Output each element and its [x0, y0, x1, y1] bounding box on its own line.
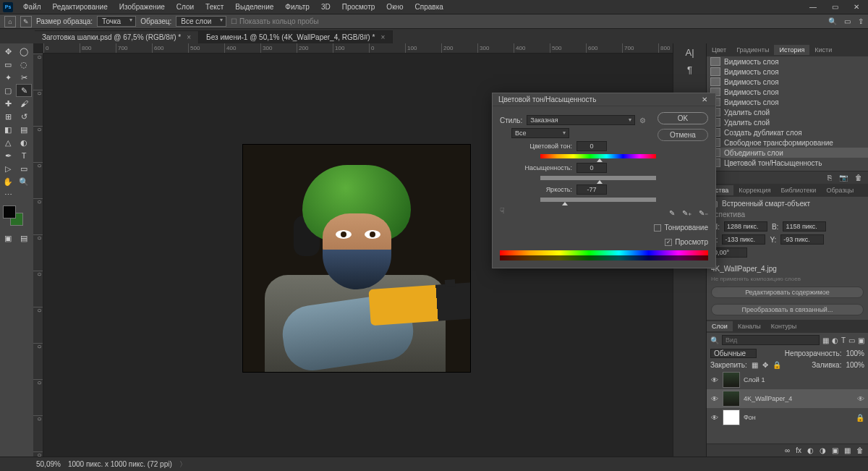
visibility-toggle[interactable]: 👁 [710, 395, 719, 403]
menu-type[interactable]: Текст [200, 1, 229, 12]
shape-tool[interactable]: ▭ [16, 162, 32, 175]
visibility-toggle[interactable]: 👁 [710, 414, 719, 422]
lock-pixels-icon[interactable]: ▦ [752, 361, 758, 369]
tab-channels[interactable]: Каналы [733, 321, 766, 331]
history-item[interactable]: Видимость слоя [707, 97, 868, 107]
tab-doc-1[interactable]: Заготовка шапки.psd @ 67,5% (RGB/8#) *× [35, 30, 199, 43]
hand-tool[interactable]: ✋ [0, 175, 16, 188]
visibility-toggle[interactable]: 👁 [710, 376, 719, 384]
convert-linked-button[interactable]: Преобразовать в связанный... [711, 304, 864, 315]
menu-window[interactable]: Окно [380, 1, 409, 12]
layer-row[interactable]: 👁4K_WallPaper_4👁 [707, 389, 868, 408]
cancel-button[interactable]: Отмена [658, 129, 708, 141]
eyedropper-minus-icon[interactable]: ✎₋ [699, 209, 708, 217]
menu-image[interactable]: Изображение [114, 1, 171, 12]
new-layer-icon[interactable]: ▦ [844, 446, 851, 454]
new-snapshot-icon[interactable]: 📷 [839, 174, 848, 182]
sample-size-select[interactable]: Точка [97, 16, 136, 27]
paragraph-panel-icon[interactable]: ¶ [673, 61, 706, 78]
color-swatches[interactable] [3, 205, 25, 227]
tab-history[interactable]: История [774, 45, 809, 55]
hand-icon[interactable]: ☟ [500, 206, 505, 216]
layer-row[interactable]: 👁Слой 1 [707, 370, 868, 389]
trash-icon[interactable]: 🗑 [855, 174, 862, 182]
menu-view[interactable]: Просмотр [336, 1, 381, 12]
lasso-tool[interactable]: ◌ [16, 58, 32, 71]
filter-adjust-icon[interactable]: ◐ [832, 336, 838, 344]
menu-filter[interactable]: Фильтр [279, 1, 315, 12]
height-input[interactable] [783, 221, 826, 232]
menu-edit[interactable]: Редактирование [47, 1, 114, 12]
layer-row[interactable]: 👁Фон🔒 [707, 408, 868, 427]
wand-tool[interactable]: ✦ [0, 71, 16, 84]
gear-icon[interactable]: ⚙ [639, 116, 646, 124]
show-ring-check[interactable]: ☐ Показать кольцо пробы [231, 17, 318, 25]
tab-libraries[interactable]: Библиотеки [776, 185, 822, 195]
more-tools[interactable]: ⋯ [0, 188, 16, 201]
zoom-tool[interactable]: 🔍 [16, 175, 32, 188]
colorize-checkbox[interactable]: Тонирование [654, 224, 708, 232]
pen-tool[interactable]: ✒ [0, 149, 16, 162]
eraser-tool[interactable]: ◧ [0, 123, 16, 136]
eyedropper-icon[interactable]: ✎ [669, 209, 675, 217]
tab-paths[interactable]: Контуры [766, 321, 801, 331]
filter-type-icon[interactable]: T [841, 336, 846, 344]
move-tool[interactable]: ✥ [0, 45, 16, 58]
close-icon[interactable]: × [187, 33, 191, 41]
gradient-tool[interactable]: ▤ [16, 123, 32, 136]
history-brush-tool[interactable]: ↺ [16, 110, 32, 123]
menu-layers[interactable]: Слои [171, 1, 200, 12]
lightness-slider[interactable] [540, 198, 656, 202]
path-tool[interactable]: ▷ [0, 162, 16, 175]
x-input[interactable] [722, 234, 765, 245]
channel-select[interactable]: Все [511, 128, 569, 138]
layer-search-input[interactable] [722, 335, 820, 345]
quickmask-toggle[interactable]: ▣ [0, 232, 16, 245]
brush-tool[interactable]: 🖌 [16, 97, 32, 110]
fill-value[interactable]: 100% [846, 361, 864, 369]
tab-swatches[interactable]: Образцы [821, 185, 859, 195]
angle-input[interactable] [711, 247, 747, 258]
marquee-tool[interactable]: ▭ [0, 58, 16, 71]
camera-icon[interactable]: ⎘ [827, 174, 832, 182]
tab-color[interactable]: Цвет [707, 45, 731, 55]
search-icon[interactable]: 🔍 [710, 336, 719, 344]
ok-button[interactable]: OK [658, 112, 708, 124]
lock-all-icon[interactable]: 🔒 [773, 361, 781, 369]
dialog-close-button[interactable]: ✕ [699, 96, 710, 103]
history-item[interactable]: Цветовой тон/Насыщенность [707, 158, 868, 168]
tab-doc-2[interactable]: Без имени-1 @ 50,1% (4K_WallPaper_4, RGB… [199, 30, 393, 43]
adjustment-icon[interactable]: ◑ [820, 446, 826, 454]
stamp-tool[interactable]: ⊞ [0, 110, 16, 123]
opacity-value[interactable]: 100% [846, 349, 864, 357]
search-icon[interactable]: 🔍 [828, 17, 837, 25]
history-item[interactable]: Создать дубликат слоя [707, 127, 868, 137]
frame-tool[interactable]: ▢ [0, 84, 16, 97]
doc-info[interactable]: 1000 пикс. x 1000 пикс. (72 ppi) [68, 460, 172, 468]
style-preset-select[interactable]: Заказная [527, 115, 635, 125]
type-tool[interactable]: T [16, 149, 32, 162]
tab-layers[interactable]: Слои [707, 321, 733, 331]
menu-help[interactable]: Справка [409, 1, 449, 12]
filter-shape-icon[interactable]: ▭ [848, 336, 855, 344]
history-item[interactable]: Видимость слоя [707, 67, 868, 77]
history-item[interactable]: Видимость слоя [707, 77, 868, 87]
blur-tool[interactable]: △ [0, 136, 16, 149]
width-input[interactable] [724, 221, 767, 232]
tab-brushes[interactable]: Кисти [809, 45, 837, 55]
history-item[interactable]: Объединить слои [707, 148, 868, 158]
history-item[interactable]: Удалить слой [707, 117, 868, 127]
fx-icon[interactable]: fx [796, 446, 801, 454]
blend-mode-select[interactable]: Обычные [710, 349, 757, 358]
edit-contents-button[interactable]: Редактировать содержимое [711, 287, 864, 298]
link-layers-icon[interactable]: ∞ [785, 446, 790, 454]
filter-pixel-icon[interactable]: ▦ [822, 336, 829, 344]
window-maximize[interactable]: ▭ [830, 3, 839, 11]
window-close[interactable]: ✕ [852, 3, 861, 11]
screenmode-toggle[interactable]: ▤ [16, 232, 32, 245]
tab-gradients[interactable]: Градиенты [731, 45, 774, 55]
filter-smart-icon[interactable]: ▣ [858, 336, 864, 344]
character-panel-icon[interactable]: A| [673, 43, 706, 61]
history-item[interactable]: Свободное трансформирование [707, 137, 868, 148]
hue-input[interactable]: 0 [576, 141, 607, 151]
